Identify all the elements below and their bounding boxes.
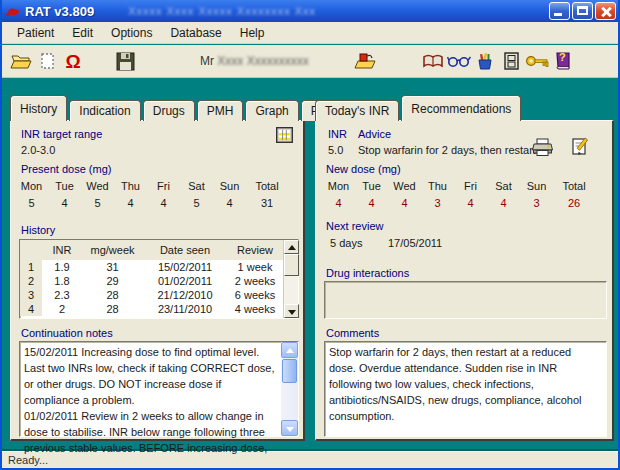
- cell: 4 weeks: [227, 302, 283, 316]
- save-button[interactable]: [112, 48, 138, 74]
- menu-patient[interactable]: Patient: [8, 24, 63, 42]
- history-scrollbar[interactable]: [283, 240, 298, 318]
- dose-tue: 4: [355, 197, 388, 209]
- dose-mon: 5: [15, 197, 48, 209]
- card-file-button[interactable]: [498, 48, 524, 74]
- redacted-practice-name: Xxxxx Xxxx Xxxxx Xxxxxxxx Xxx: [128, 5, 316, 17]
- close-patient-button[interactable]: [352, 48, 378, 74]
- tab-recommendations[interactable]: Recommendations: [401, 95, 521, 121]
- new-document-icon: [38, 51, 56, 71]
- cell: 28: [82, 302, 143, 316]
- maximize-button[interactable]: [572, 2, 593, 20]
- history-row-2[interactable]: 2 1.8 29 01/02/2011 2 weeks: [20, 274, 283, 288]
- inr-target-value: 2.0-3.0: [21, 144, 55, 156]
- minimize-button[interactable]: [549, 2, 570, 20]
- next-review-value: 5 days: [330, 237, 362, 249]
- day-mon: Mon: [15, 180, 48, 192]
- col-rownum: [20, 240, 42, 260]
- col-mg-week[interactable]: mg/week: [82, 240, 143, 260]
- history-row-3[interactable]: 3 2.3 28 21/12/2010 6 weeks: [20, 288, 283, 302]
- edit-note-icon: [570, 137, 590, 157]
- new-dose-label: New dose (mg): [326, 163, 401, 175]
- right-tab-bar: Today's INR Recommendations: [315, 95, 523, 121]
- day-wed: Wed: [388, 180, 421, 192]
- scroll-down-button[interactable]: [284, 304, 299, 318]
- cell: 1.9: [42, 260, 82, 274]
- cell: 2: [20, 274, 42, 288]
- help-button[interactable]: ?: [550, 48, 576, 74]
- day-fri: Fri: [454, 180, 487, 192]
- cell: 1.8: [42, 274, 82, 288]
- print-button[interactable]: [531, 137, 554, 157]
- day-sun: Sun: [520, 180, 553, 192]
- tab-graph[interactable]: Graph: [245, 100, 298, 121]
- continuation-notes-text: 15/02/2011 Increasing dose to find optim…: [24, 344, 278, 456]
- history-header-row: INR mg/week Date seen Review: [20, 240, 283, 260]
- new-dose-day-header: Mon Tue Wed Thu Fri Sat Sun Total: [322, 180, 595, 192]
- comments-text: Stop warfarin for 2 days, then restart a…: [329, 344, 600, 424]
- tab-todays-inr[interactable]: Today's INR: [315, 100, 399, 121]
- day-tue: Tue: [355, 180, 388, 192]
- exit-folder-icon: [354, 52, 376, 70]
- dose-total: 26: [553, 197, 595, 209]
- comments-label: Comments: [326, 327, 379, 339]
- scroll-down-button[interactable]: [281, 420, 298, 436]
- tab-indication[interactable]: Indication: [69, 100, 140, 121]
- advice-label: Advice: [358, 128, 391, 140]
- security-key-button[interactable]: [524, 48, 550, 74]
- scroll-up-button[interactable]: [284, 240, 299, 254]
- title-bar[interactable]: RAT v3.809 Xxxxx Xxxx Xxxxx Xxxxxxxx Xxx: [0, 0, 620, 22]
- day-wed: Wed: [81, 180, 114, 192]
- open-patient-button[interactable]: [8, 48, 34, 74]
- open-folder-icon: [10, 52, 32, 70]
- dose-thu: 3: [421, 197, 454, 209]
- cell: 4: [20, 302, 42, 316]
- arrow-down-icon: [286, 427, 294, 432]
- menu-help[interactable]: Help: [231, 24, 274, 42]
- col-date-seen[interactable]: Date seen: [143, 240, 227, 260]
- day-total: Total: [246, 180, 288, 192]
- cell: 28: [82, 288, 143, 302]
- omega-button[interactable]: Ω: [60, 48, 86, 74]
- printer-icon: [531, 137, 554, 157]
- day-fri: Fri: [147, 180, 180, 192]
- continuation-notes-box[interactable]: 15/02/2011 Increasing dose to find optim…: [19, 341, 299, 437]
- patient-prefix: Mr: [200, 54, 214, 68]
- scrollbar-thumb[interactable]: [284, 254, 299, 276]
- menu-database[interactable]: Database: [161, 24, 230, 42]
- day-tue: Tue: [48, 180, 81, 192]
- close-button[interactable]: [595, 2, 616, 20]
- patient-name-redacted: Xxxx Xxxxxxxxxx: [217, 54, 308, 68]
- new-dose-values: 4 4 4 3 4 4 3 26: [322, 197, 595, 209]
- col-review[interactable]: Review: [227, 240, 283, 260]
- menu-edit[interactable]: Edit: [63, 24, 102, 42]
- arrow-up-icon: [288, 245, 296, 250]
- cell: 2 weeks: [227, 274, 283, 288]
- scroll-up-button[interactable]: [281, 342, 298, 358]
- view-button[interactable]: [446, 48, 472, 74]
- comments-box[interactable]: Stop warfarin for 2 days, then restart a…: [324, 341, 607, 437]
- menu-options[interactable]: Options: [102, 24, 161, 42]
- notes-scrollbar[interactable]: [281, 342, 298, 436]
- stationery-button[interactable]: [472, 48, 498, 74]
- tab-drugs[interactable]: Drugs: [143, 100, 195, 121]
- day-sat: Sat: [487, 180, 520, 192]
- tab-pmh[interactable]: PMH: [197, 100, 244, 121]
- cell: 01/02/2011: [143, 274, 227, 288]
- edit-note-button[interactable]: [570, 137, 590, 157]
- scrollbar-thumb[interactable]: [282, 359, 297, 383]
- help-question-glyph: ?: [559, 51, 566, 63]
- bnf-book-button[interactable]: [420, 48, 446, 74]
- new-record-button[interactable]: [34, 48, 60, 74]
- history-row-1[interactable]: 1 1.9 31 15/02/2011 1 week: [20, 260, 283, 274]
- cell: 29: [82, 274, 143, 288]
- cell: 1: [20, 260, 42, 274]
- drug-interactions-box[interactable]: [324, 281, 607, 319]
- next-review-label: Next review: [326, 220, 383, 232]
- tab-history[interactable]: History: [10, 95, 67, 121]
- history-label: History: [21, 224, 55, 236]
- dose-grid-button[interactable]: [276, 127, 293, 143]
- history-row-4[interactable]: 4 2 28 23/11/2010 4 weeks: [20, 302, 283, 316]
- col-inr[interactable]: INR: [42, 240, 82, 260]
- toolbar: Ω Mr Xxxx Xxxxxxxxxx: [2, 45, 618, 78]
